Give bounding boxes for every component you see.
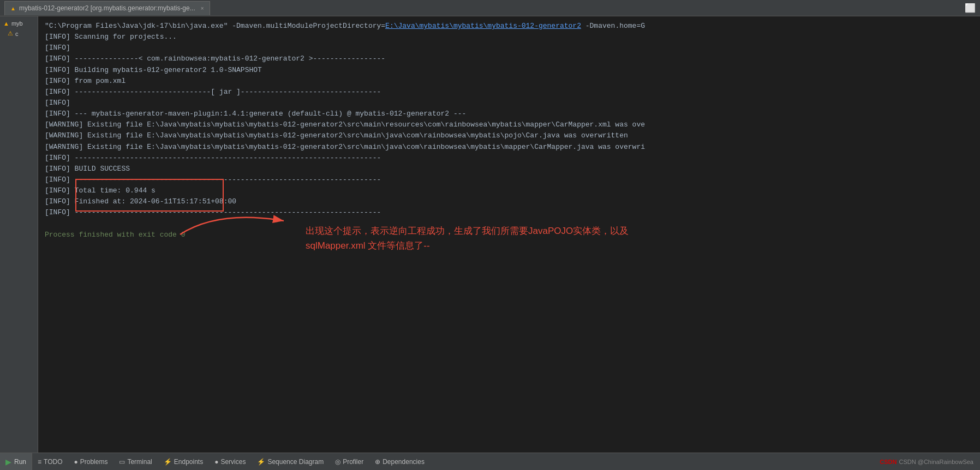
brand-csdn: CSDN [880, 459, 897, 465]
services-icon: ● [214, 458, 218, 466]
console-line-10: [WARNING] Existing file E:\Java\mybatis\… [45, 130, 973, 141]
console-line-12: [INFO] ---------------------------------… [45, 153, 973, 164]
toolbar-services[interactable]: ● Services [209, 453, 252, 470]
profiler-icon: ◎ [335, 458, 340, 466]
toolbar-sequence-diagram[interactable]: ⚡ Sequence Diagram [252, 453, 330, 470]
toolbar-profiler[interactable]: ◎ Profiler [330, 453, 369, 470]
brand-username: CSDN @ChinaRainbowSea [899, 459, 973, 465]
run-triangle-icon: ▶ [5, 457, 11, 466]
console-line-16: [INFO] Finished at: 2024-06-11T15:17:51+… [45, 196, 973, 207]
todo-icon: ≡ [38, 458, 41, 466]
console-line-11: [WARNING] Existing file E:\Java\mybatis\… [45, 142, 973, 153]
run-label: Run [14, 458, 26, 466]
title-bar: ▲ mybatis-012-generator2 [org.mybatis.ge… [0, 0, 980, 16]
sidebar-item-myb[interactable]: ▲ myb [0, 19, 38, 28]
toolbar-endpoints[interactable]: ⚡ Endpoints [158, 453, 209, 470]
console-text-0: "C:\Program Files\Java\jdk-17\bin\java.e… [45, 22, 645, 30]
run-button[interactable]: ▶ Run [0, 453, 32, 470]
toolbar-dependencies[interactable]: ⊕ Dependencies [369, 453, 431, 470]
console-line-4: [INFO] Building mybatis-012-generator2 1… [45, 65, 973, 76]
sidebar-item-label-2: c [15, 31, 19, 37]
dependencies-label: Dependencies [383, 458, 425, 466]
console-line-18 [45, 219, 973, 230]
window-control[interactable]: ⬜ [965, 3, 976, 14]
console-line-19: Process finished with exit code 0 [45, 230, 973, 240]
problems-icon: ● [74, 458, 77, 466]
main-area: ▲ myb ⚠ c "C:\Program Files\Java\jdk-17\… [0, 16, 980, 453]
toolbar-terminal[interactable]: ▭ Terminal [113, 453, 158, 470]
endpoints-icon: ⚡ [164, 458, 172, 466]
terminal-label: Terminal [127, 458, 152, 466]
console-line-1: [INFO] Scanning for projects... [45, 32, 973, 43]
sequence-label: Sequence Diagram [267, 458, 324, 466]
sidebar: ▲ myb ⚠ c [0, 16, 38, 453]
sequence-icon: ⚡ [257, 458, 265, 466]
title-tab[interactable]: ▲ mybatis-012-generator2 [org.mybatis.ge… [4, 1, 210, 15]
console-line-15: [INFO] Total time: 0.944 s [45, 185, 973, 196]
console-line-14: [INFO] ---------------------------------… [45, 174, 973, 185]
problems-label: Problems [80, 458, 108, 466]
console-line-3: [INFO] ---------------< com.rainbowsea:m… [45, 53, 973, 64]
sidebar-warn-icon-2: ⚠ [8, 30, 13, 37]
toolbar-problems[interactable]: ● Problems [68, 453, 113, 470]
bottom-toolbar: ▶ Run ≡ TODO ● Problems ▭ Terminal ⚡ End… [0, 453, 980, 470]
terminal-icon: ▭ [119, 458, 125, 466]
close-tab-button[interactable]: × [201, 5, 204, 11]
toolbar-right-branding: CSDN CSDN @ChinaRainbowSea [880, 459, 980, 465]
profiler-label: Profiler [343, 458, 363, 466]
todo-label: TODO [44, 458, 62, 466]
endpoints-label: Endpoints [174, 458, 203, 466]
console-line-17: [INFO] ---------------------------------… [45, 207, 973, 218]
toolbar-todo[interactable]: ≡ TODO [32, 453, 68, 470]
console-line-13: [INFO] BUILD SUCCESS [45, 164, 973, 174]
console-content: "C:\Program Files\Java\jdk-17\bin\java.e… [38, 16, 980, 453]
console-area: "C:\Program Files\Java\jdk-17\bin\java.e… [38, 16, 980, 453]
console-line-0: "C:\Program Files\Java\jdk-17\bin\java.e… [45, 21, 973, 32]
sidebar-item-c[interactable]: ⚠ c [0, 28, 38, 39]
console-line-8: [INFO] --- mybatis-generator-maven-plugi… [45, 109, 973, 119]
sidebar-item-label: myb [11, 20, 23, 27]
console-line-7: [INFO] [45, 98, 973, 109]
console-line-9: [WARNING] Existing file E:\Java\mybatis\… [45, 119, 973, 130]
services-label: Services [220, 458, 246, 466]
dependencies-icon: ⊕ [375, 458, 380, 466]
console-line-5: [INFO] from pom.xml [45, 76, 973, 87]
tab-label: mybatis-012-generator2 [org.mybatis.gene… [19, 4, 195, 12]
console-line-6: [INFO] --------------------------------[… [45, 87, 973, 98]
tab-warning-icon: ▲ [10, 5, 16, 11]
console-line-2: [INFO] [45, 43, 973, 53]
sidebar-warn-icon: ▲ [3, 20, 9, 27]
annotation-line2: sqlMapper.xml 文件等信息了-- [306, 240, 430, 251]
